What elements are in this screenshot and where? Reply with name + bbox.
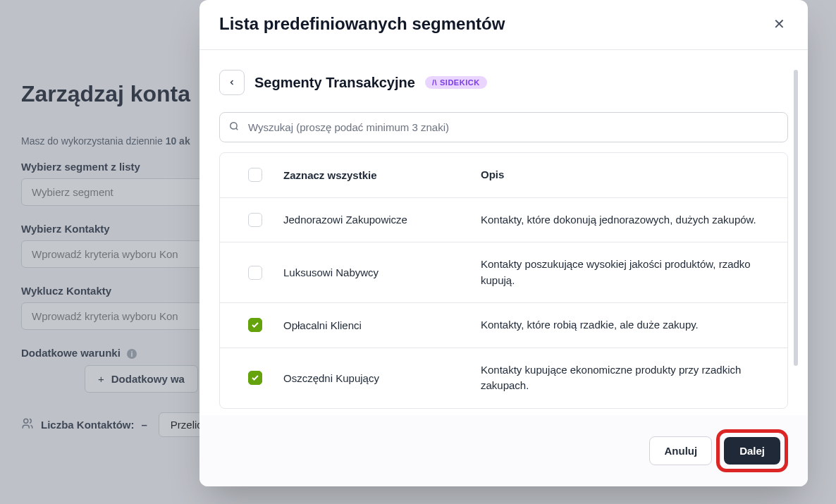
row-checkbox[interactable]: [248, 266, 262, 280]
chevron-left-icon: [228, 78, 236, 87]
close-button[interactable]: ✕: [770, 13, 788, 35]
modal-header: Lista predefiniowanych segmentów ✕: [199, 0, 808, 50]
header-name: Zaznacz wszystkie: [283, 169, 481, 181]
table-row: Jednorazowi Zakupowicze Kontakty, które …: [220, 198, 787, 243]
back-button[interactable]: [219, 70, 245, 95]
highlight-annotation: Dalej: [716, 429, 788, 472]
close-icon: ✕: [773, 16, 785, 32]
row-checkbox[interactable]: [248, 213, 262, 227]
header-desc: Opis: [481, 167, 780, 183]
check-icon: [251, 321, 259, 329]
search-input[interactable]: [219, 112, 788, 142]
table-row: Oszczędni Kupujący Kontakty kupujące eko…: [220, 348, 787, 408]
segment-category-title: Segmenty Transakcyjne: [254, 75, 415, 91]
segment-desc: Kontakty poszukujące wysokiej jakości pr…: [481, 257, 780, 288]
row-checkbox[interactable]: [248, 371, 262, 385]
segment-header: Segmenty Transakcyjne /\ SIDEKICK: [219, 70, 788, 95]
check-icon: [251, 374, 259, 382]
row-checkbox[interactable]: [248, 318, 262, 332]
modal-footer: Anuluj Dalej: [199, 415, 808, 486]
segment-table: Zaznacz wszystkie Opis Jednorazowi Zakup…: [219, 152, 788, 409]
segment-name: Oszczędni Kupujący: [283, 372, 481, 384]
segment-name: Opłacalni Klienci: [283, 319, 481, 331]
segment-desc: Kontakty, które robią rzadkie, ale duże …: [481, 317, 780, 333]
modal-body: Segmenty Transakcyjne /\ SIDEKICK Zaznac…: [199, 50, 808, 415]
table-row: Luksusowi Nabywcy Kontakty poszukujące w…: [220, 242, 787, 303]
segment-desc: Kontakty kupujące ekonomiczne produkty p…: [481, 362, 780, 394]
svg-line-4: [236, 128, 238, 130]
table-header-row: Zaznacz wszystkie Opis: [220, 153, 787, 198]
next-button[interactable]: Dalej: [724, 437, 780, 465]
modal-title: Lista predefiniowanych segmentów: [219, 14, 505, 34]
svg-point-3: [230, 122, 237, 128]
sidekick-badge: /\ SIDEKICK: [425, 76, 487, 89]
search-icon: [229, 121, 239, 134]
segment-name: Luksusowi Nabywcy: [283, 266, 481, 278]
ai-icon: /\: [432, 78, 437, 87]
cancel-button[interactable]: Anuluj: [649, 436, 712, 465]
table-row: Opłacalni Klienci Kontakty, które robią …: [220, 303, 787, 348]
segment-desc: Kontakty, które dokonują jednorazowych, …: [481, 212, 780, 228]
select-all-checkbox[interactable]: [248, 168, 262, 182]
search-wrapper: [219, 112, 788, 142]
segment-name: Jednorazowi Zakupowicze: [283, 214, 481, 226]
segment-modal: Lista predefiniowanych segmentów ✕ Segme…: [199, 0, 808, 486]
